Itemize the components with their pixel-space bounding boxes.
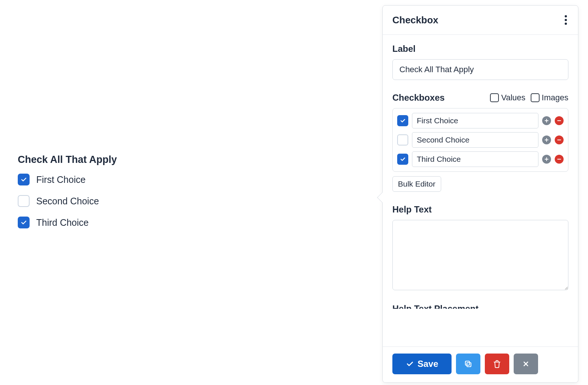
delete-button[interactable] [485,354,509,374]
svg-rect-1 [466,361,470,365]
option-label-input[interactable] [412,151,538,167]
option-row [397,113,564,128]
option-row [397,151,564,167]
duplicate-button[interactable] [456,354,480,374]
label-heading: Label [392,44,568,54]
copy-icon [464,359,473,368]
add-option-icon[interactable] [542,155,551,164]
add-option-icon[interactable] [542,135,551,144]
option-default-checkbox[interactable] [397,115,408,126]
panel-body: Label Checkboxes Values Images [383,35,578,346]
help-text-input[interactable] [392,220,568,290]
preview-area: Check All That Apply First Choice Second… [18,154,277,238]
preview-item-label: First Choice [36,174,85,185]
preview-item-label: Second Choice [36,196,99,207]
trash-icon [493,359,501,368]
option-row [397,132,564,148]
save-button-label: Save [418,359,438,369]
preview-checkbox[interactable] [18,174,30,185]
preview-item: Third Choice [18,217,277,228]
toggle-values-checkbox[interactable] [490,93,499,102]
svg-rect-0 [467,363,471,367]
label-input[interactable] [392,59,568,80]
close-button[interactable] [514,354,538,374]
close-icon [522,360,530,368]
preview-checkbox[interactable] [18,217,30,228]
toggle-images-checkbox[interactable] [531,93,540,102]
option-default-checkbox[interactable] [397,134,408,145]
toggle-values[interactable]: Values [490,93,526,103]
remove-option-icon[interactable] [555,155,564,164]
save-button[interactable]: Save [392,354,452,374]
help-text-placement-heading: Help Text Placement [392,304,568,309]
help-text-heading: Help Text [392,204,568,215]
panel-header: Checkbox [383,6,578,35]
add-option-icon[interactable] [542,116,551,125]
option-label-input[interactable] [412,113,538,128]
preview-item: First Choice [18,174,277,185]
toggle-images-label: Images [542,93,568,103]
checkboxes-heading: Checkboxes [392,93,445,103]
toggle-images[interactable]: Images [531,93,568,103]
checkboxes-header: Checkboxes Values Images [392,93,568,103]
check-icon [406,360,414,368]
preview-checkbox[interactable] [18,195,30,207]
toggle-group: Values Images [490,93,568,103]
option-default-checkbox[interactable] [397,154,408,165]
bulk-editor-button[interactable]: Bulk Editor [392,176,441,192]
preview-title: Check All That Apply [18,154,277,165]
options-list [392,108,568,172]
preview-item: Second Choice [18,195,277,207]
panel-footer: Save [383,346,578,382]
preview-item-label: Third Choice [36,217,89,228]
settings-panel: Checkbox Label Checkboxes Values Images [382,5,578,383]
remove-option-icon[interactable] [555,116,564,125]
option-label-input[interactable] [412,132,538,148]
more-actions-icon[interactable] [563,14,568,26]
toggle-values-label: Values [501,93,526,103]
panel-title: Checkbox [392,14,438,26]
remove-option-icon[interactable] [555,135,564,144]
